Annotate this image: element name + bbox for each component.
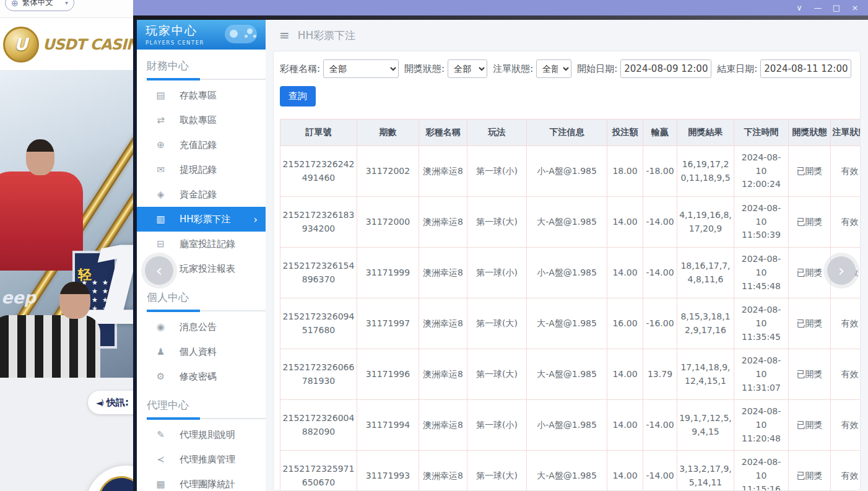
draw-status-label: 開獎狀態: xyxy=(404,63,445,75)
cell-10: 有效 xyxy=(831,349,861,400)
cell-5: 14.00 xyxy=(607,451,643,491)
lottery-name-select[interactable]: 全部 xyxy=(323,59,399,78)
order-status-label: 注單狀態: xyxy=(493,63,533,75)
cell-8: 2024-08-10 11:35:45 xyxy=(734,298,789,349)
main-content: ≡ HH彩票下注 彩種名稱:全部開獎狀態:全部注單狀態:全部開始日期:結束日期:… xyxy=(266,20,868,491)
sidebar-item-label: 代理規則說明 xyxy=(180,429,235,441)
cell-2: 澳洲幸运8 xyxy=(419,451,467,491)
cell-9: 已開獎 xyxy=(789,451,831,491)
end-date-input[interactable] xyxy=(760,59,851,78)
titlebar-shadow xyxy=(133,15,868,20)
sidebar-item-withdrawal-records[interactable]: ✉提現記錄 xyxy=(137,157,266,182)
start-date-filter: 開始日期: xyxy=(577,59,711,78)
cell-9: 已開獎 xyxy=(789,298,831,349)
window-titlebar: ∨—□× xyxy=(133,0,868,15)
cell-0: 2152172326004882090 xyxy=(280,400,357,451)
cell-0: 2152172326183934200 xyxy=(280,197,357,248)
sidebar-item-recharge-records[interactable]: ⊕充值記錄 xyxy=(137,133,266,157)
window-chevron-down-button[interactable]: ∨ xyxy=(790,0,809,15)
table-row: 215217232606678193031171996澳洲幸运8第一球(大)大-… xyxy=(280,349,861,400)
banner-text-fragment: 轻 xyxy=(78,266,92,284)
funds-icon: ◈ xyxy=(155,189,167,200)
column-header-7: 開獎結果 xyxy=(677,119,734,146)
sidebar-item-label: 消息公告 xyxy=(180,321,217,333)
sidebar-item-change-password[interactable]: ⚙修改密碼 xyxy=(137,364,266,389)
cell-0: 2152172326094517680 xyxy=(280,298,357,349)
table-row: 215217232597165067031171993澳洲幸运8第一球(大)大-… xyxy=(280,451,861,491)
main-topbar: ≡ HH彩票下注 xyxy=(273,20,861,51)
column-header-5: 投注額 xyxy=(607,119,643,146)
filter-bar: 彩種名稱:全部開獎狀態:全部注單狀態:全部開始日期:結束日期: xyxy=(280,59,854,78)
chevron-left-icon: ‹ xyxy=(156,261,162,280)
cell-3: 第一球(大) xyxy=(467,451,527,491)
chevron-right-icon: › xyxy=(254,214,258,225)
cell-3: 第一球(小) xyxy=(467,248,527,298)
draw-status-select[interactable]: 全部 xyxy=(448,59,487,78)
cell-4: 大-A盤@1.985 xyxy=(527,298,607,349)
carousel-prev-button[interactable]: ‹ xyxy=(145,256,173,285)
cell-7: 17,14,18,9,12,4,15,1 xyxy=(677,349,734,400)
cell-9: 已開獎 xyxy=(789,146,831,197)
column-header-6: 輸贏 xyxy=(643,119,677,146)
cell-1: 31172002 xyxy=(357,146,419,197)
section-header-finance-center: 財務中心 xyxy=(137,50,266,79)
room-list-icon: ⊟ xyxy=(155,238,167,250)
sidebar-item-label: 代理團隊統計 xyxy=(180,479,235,490)
game-controller-icon xyxy=(225,25,257,43)
sidebar-item-label: 取款專區 xyxy=(180,115,217,126)
window-minimize-button[interactable]: — xyxy=(809,0,827,15)
sidebar-item-agent-rules[interactable]: ✎代理規則說明 xyxy=(137,422,266,447)
sidebar-item-room-bet-records[interactable]: ⊟廳室投註記錄 xyxy=(137,232,266,256)
table-header-row: 訂單號期數彩種名稱玩法下注信息投注額輸贏開獎結果下注時間開獎狀態注單狀態 xyxy=(280,119,861,146)
gear-icon: ⚙ xyxy=(155,371,167,382)
cell-8: 2024-08-10 11:20:48 xyxy=(734,400,789,451)
carousel-next-button[interactable]: › xyxy=(827,256,856,285)
end-date-label: 結束日期: xyxy=(717,63,757,75)
window-close-button[interactable]: × xyxy=(846,0,864,15)
query-button[interactable]: 查詢 xyxy=(280,86,316,106)
content-panel: 彩種名稱:全部開獎狀態:全部注單狀態:全部開始日期:結束日期: 查詢 訂單號期數… xyxy=(273,51,861,491)
site-logo[interactable]: U USDT CASINO xyxy=(0,18,133,71)
cell-10: 有效 xyxy=(831,298,861,349)
cell-0: 2152172326066781930 xyxy=(280,349,357,400)
sidebar-item-funds-records[interactable]: ◈資金記錄 xyxy=(137,182,266,207)
cell-4: 小-A盤@1.985 xyxy=(527,146,607,197)
cell-1: 31171994 xyxy=(357,400,419,451)
sidebar-item-deposit-zone[interactable]: ▤存款專區 xyxy=(137,83,266,108)
logo-text: USDT CASINO xyxy=(43,36,133,53)
sidebar-item-personal-profile[interactable]: ♟個人資料 xyxy=(137,339,266,364)
section-header-personal-center: 個人中心 xyxy=(137,281,266,310)
language-selector[interactable]: ⊕ 繁体中文 ▾ xyxy=(5,0,74,11)
cell-10: 有效 xyxy=(831,197,861,248)
window-body: 玩家中心 PLAYERS CENTER 財務中心▤存款專區⇄取款專區⊕充值記錄✉… xyxy=(133,20,868,491)
cell-2: 澳洲幸运8 xyxy=(419,298,467,349)
sidebar-item-hh-lottery-bets[interactable]: ▥HH彩票下注› xyxy=(137,207,266,232)
moneybag-icon: ⊕ xyxy=(155,139,167,150)
sidebar-item-label: 資金記錄 xyxy=(180,189,217,201)
cell-6: -18.00 xyxy=(643,146,677,197)
sidebar-item-label: 修改密碼 xyxy=(180,371,217,383)
deposit-card-icon: ▤ xyxy=(155,90,167,101)
cell-6: -14.00 xyxy=(643,248,677,298)
cell-0: 2152172326154896370 xyxy=(280,248,357,298)
window-maximize-button[interactable]: □ xyxy=(827,0,846,15)
sidebar-item-agent-team-stats[interactable]: ▦代理團隊統計 xyxy=(137,472,266,491)
cell-7: 19,1,7,12,5,9,4,15 xyxy=(677,400,734,451)
sidebar-item-agent-promotion[interactable]: ≺代理推廣管理 xyxy=(137,447,266,472)
column-header-8: 下注時間 xyxy=(734,119,789,146)
lottery-name-label: 彩種名稱: xyxy=(280,63,320,75)
start-date-input[interactable] xyxy=(620,59,711,78)
document-icon: ✎ xyxy=(155,429,167,440)
sidebar-item-label: 個人資料 xyxy=(180,346,217,358)
column-header-10: 注單狀態 xyxy=(831,119,861,146)
news-ticker[interactable]: ◄) 快訊: xyxy=(88,391,133,414)
cell-2: 澳洲幸运8 xyxy=(419,197,467,248)
cell-8: 2024-08-10 12:00:24 xyxy=(734,146,789,197)
cell-4: 大-A盤@1.985 xyxy=(527,349,607,400)
cell-1: 31171993 xyxy=(357,451,419,491)
sidebar-item-announcements[interactable]: ◉消息公告 xyxy=(137,315,266,339)
hamburger-menu-icon[interactable]: ≡ xyxy=(279,28,290,43)
order-status-select[interactable]: 全部 xyxy=(536,59,571,78)
sidebar-item-withdraw-zone[interactable]: ⇄取款專區 xyxy=(137,108,266,133)
cell-6: -16.00 xyxy=(643,298,677,349)
